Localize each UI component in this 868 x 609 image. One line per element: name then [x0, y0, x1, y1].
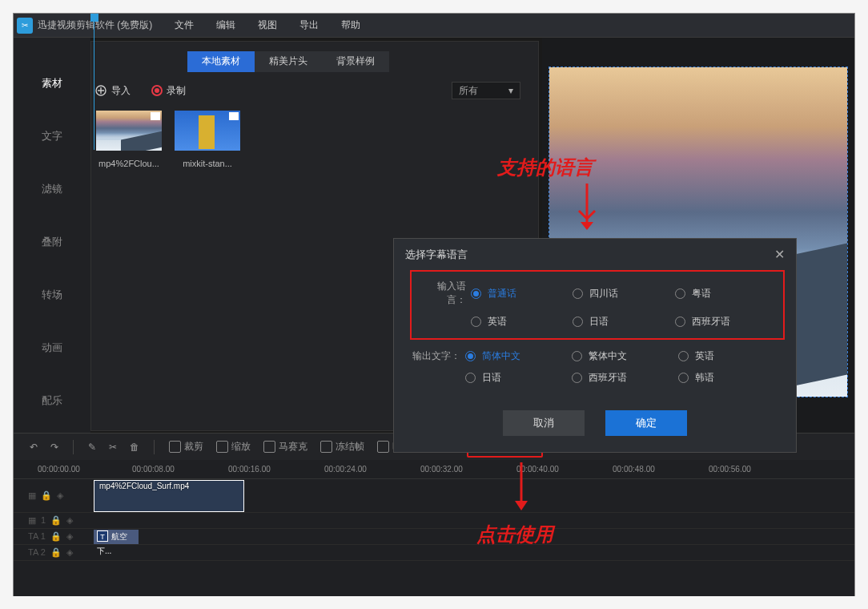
- content-tab-intro[interactable]: 精美片头: [255, 51, 322, 72]
- app-icon: ✂: [17, 18, 33, 34]
- cut-button[interactable]: ✂: [104, 438, 122, 456]
- input-lang-radio[interactable]: 西班牙语: [675, 315, 777, 329]
- import-icon: [94, 84, 107, 97]
- annotation-bottom: 点击使用: [476, 522, 553, 547]
- record-button[interactable]: 录制: [151, 84, 186, 98]
- menu-bar: ✂ 迅捷视频剪辑软件 (免费版) 文件 编辑 视图 导出 帮助: [14, 14, 854, 38]
- sidebar-tab-text[interactable]: 文字: [42, 111, 62, 164]
- sidebar-tab-media[interactable]: 素材: [42, 58, 62, 111]
- content-tab-bg[interactable]: 背景样例: [322, 51, 389, 72]
- undo-button[interactable]: ↶: [25, 438, 42, 456]
- track-header: TA 2🔒◈: [14, 547, 94, 558]
- language-options-highlight: 输入语言： 普通话 四川话 粤语 英语 日语 西班牙语: [410, 270, 785, 340]
- crop-button[interactable]: 裁剪: [164, 437, 208, 457]
- dialog-title: 选择字幕语言: [405, 248, 468, 262]
- zoom-button[interactable]: 缩放: [211, 437, 255, 457]
- playhead[interactable]: [94, 14, 94, 150]
- filter-dropdown[interactable]: 所有: [452, 82, 520, 99]
- sidebar-tab-overlay[interactable]: 叠附: [42, 217, 62, 270]
- ok-button[interactable]: 确定: [605, 410, 687, 436]
- video-track-1: ▦🔒◈ mp4%2FCloud_Surf.mp4: [14, 479, 854, 513]
- split-button[interactable]: ✎: [83, 438, 101, 456]
- arrow-down-icon: [505, 461, 537, 520]
- cancel-button[interactable]: 取消: [503, 410, 585, 436]
- crop-icon: [169, 441, 181, 453]
- track-header: ▦1🔒◈: [14, 515, 94, 526]
- arrow-down-icon: [571, 182, 603, 233]
- video-badge-icon: [229, 112, 239, 120]
- output-lang-radio[interactable]: 简体中文: [465, 349, 572, 363]
- output-lang-radio[interactable]: 英语: [678, 349, 785, 363]
- subtitle-language-dialog: 选择字幕语言 ✕ 输入语言： 普通话 四川话 粤语 英语 日语 西班牙语: [393, 238, 797, 453]
- freeze-icon: [320, 441, 332, 453]
- output-text-label: 输出文字：: [410, 349, 465, 363]
- track-header: ▦🔒◈: [14, 490, 94, 501]
- sidebar-tab-filter[interactable]: 滤镜: [42, 164, 62, 217]
- close-button[interactable]: ✕: [774, 247, 785, 262]
- text-track-2: TA 2🔒◈: [14, 545, 854, 561]
- timeline: 00:00:00.00 00:00:08.00 00:00:16.00 00:0…: [14, 460, 854, 596]
- mosaic-icon: [263, 441, 275, 453]
- media-thumb[interactable]: mixkit-stan...: [175, 111, 240, 168]
- sidebar-tab-animation[interactable]: 动画: [42, 323, 62, 376]
- annotation-top: 支持的语言: [497, 155, 593, 180]
- output-lang-radio[interactable]: 繁体中文: [572, 349, 678, 363]
- text-track-1: TA 1🔒◈ T航空下...: [14, 529, 854, 545]
- thumb-image: [175, 111, 240, 151]
- film-icon: ▦: [28, 490, 36, 501]
- zoom-icon: [216, 441, 228, 453]
- text-clip[interactable]: T航空下...: [94, 530, 139, 544]
- freeze-button[interactable]: 冻结帧: [315, 437, 369, 457]
- import-button[interactable]: 导入: [94, 84, 131, 98]
- clock-icon: [377, 441, 389, 453]
- input-lang-radio[interactable]: 粤语: [675, 287, 777, 300]
- input-lang-radio[interactable]: 四川话: [573, 287, 674, 300]
- delete-button[interactable]: 🗑: [125, 438, 144, 456]
- media-thumb[interactable]: mp4%2FClou...: [96, 111, 162, 168]
- menu-edit[interactable]: 编辑: [205, 18, 247, 32]
- thumb-image: [96, 111, 162, 151]
- output-lang-radio[interactable]: 韩语: [678, 371, 785, 385]
- menu-view[interactable]: 视图: [247, 18, 288, 32]
- output-lang-radio[interactable]: 西班牙语: [572, 371, 678, 385]
- sidebar: 素材 文字 滤镜 叠附 转场 动画 配乐: [14, 38, 90, 433]
- film-icon: ▦: [28, 515, 36, 526]
- redo-icon: ↷: [50, 442, 58, 453]
- video-badge-icon: [151, 112, 160, 120]
- input-lang-radio[interactable]: 英语: [471, 315, 573, 329]
- record-icon: [151, 85, 163, 96]
- video-clip[interactable]: mp4%2FCloud_Surf.mp4: [94, 480, 244, 512]
- video-track-2: ▦1🔒◈: [14, 513, 854, 529]
- input-lang-radio[interactable]: 普通话: [471, 287, 573, 300]
- menu-file[interactable]: 文件: [163, 18, 205, 32]
- input-lang-radio[interactable]: 日语: [573, 315, 674, 329]
- sidebar-tab-transition[interactable]: 转场: [42, 270, 62, 323]
- output-lang-radio[interactable]: 日语: [465, 371, 572, 385]
- undo-icon: ↶: [30, 442, 38, 453]
- menu-export[interactable]: 导出: [288, 18, 330, 32]
- menu-help[interactable]: 帮助: [330, 18, 372, 32]
- time-ruler[interactable]: 00:00:00.00 00:00:08.00 00:00:16.00 00:0…: [14, 460, 854, 479]
- redo-button[interactable]: ↷: [46, 438, 63, 456]
- content-tab-local[interactable]: 本地素材: [187, 51, 255, 72]
- scissors-icon: ✂: [109, 442, 117, 453]
- trash-icon: 🗑: [130, 442, 139, 453]
- track-header: TA 1🔒◈: [14, 531, 94, 542]
- sidebar-tab-music[interactable]: 配乐: [42, 376, 62, 429]
- input-language-label: 输入语言：: [418, 280, 471, 307]
- mosaic-button[interactable]: 马赛克: [259, 437, 312, 457]
- edit-icon: ✎: [88, 442, 96, 453]
